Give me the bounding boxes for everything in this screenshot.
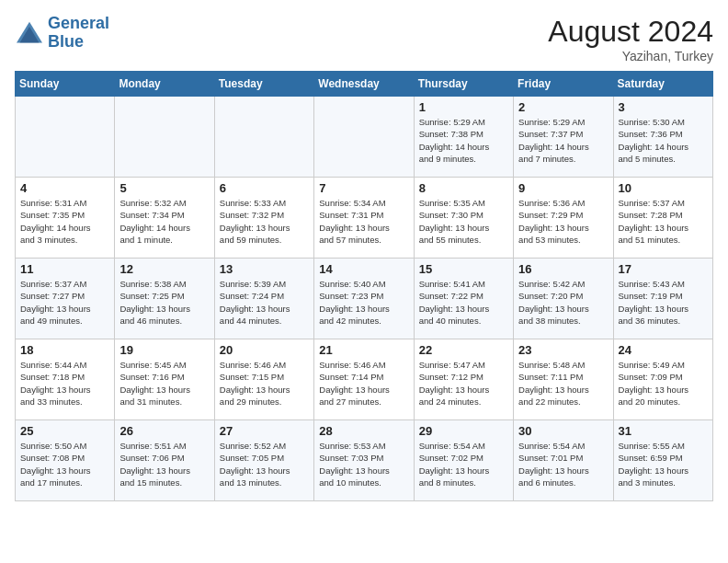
- calendar-day-cell: 12Sunrise: 5:38 AM Sunset: 7:25 PM Dayli…: [115, 259, 214, 339]
- day-info: Sunrise: 5:55 AM Sunset: 6:59 PM Dayligh…: [619, 440, 708, 488]
- calendar-day-cell: 1Sunrise: 5:29 AM Sunset: 7:38 PM Daylig…: [414, 97, 513, 178]
- calendar-day-cell: 3Sunrise: 5:30 AM Sunset: 7:36 PM Daylig…: [613, 97, 712, 178]
- calendar-day-cell: 19Sunrise: 5:45 AM Sunset: 7:16 PM Dayli…: [115, 339, 214, 420]
- day-number: 23: [518, 343, 608, 357]
- logo-line1: General: [48, 14, 109, 32]
- calendar-day-cell: 27Sunrise: 5:52 AM Sunset: 7:05 PM Dayli…: [214, 420, 313, 501]
- calendar-day-cell: 26Sunrise: 5:51 AM Sunset: 7:06 PM Dayli…: [115, 420, 214, 501]
- logo-line2: Blue: [48, 32, 84, 51]
- day-info: Sunrise: 5:48 AM Sunset: 7:11 PM Dayligh…: [518, 359, 608, 408]
- day-info: Sunrise: 5:29 AM Sunset: 7:37 PM Dayligh…: [518, 116, 608, 165]
- calendar-day-cell: 13Sunrise: 5:39 AM Sunset: 7:24 PM Dayli…: [214, 259, 313, 339]
- calendar-day-cell: 29Sunrise: 5:54 AM Sunset: 7:02 PM Dayli…: [414, 420, 513, 501]
- day-info: Sunrise: 5:31 AM Sunset: 7:35 PM Dayligh…: [20, 197, 109, 246]
- calendar-day-cell: [115, 97, 214, 178]
- logo-text: General Blue: [48, 15, 109, 52]
- day-number: 15: [419, 262, 508, 276]
- day-number: 11: [20, 262, 109, 276]
- day-info: Sunrise: 5:33 AM Sunset: 7:32 PM Dayligh…: [220, 197, 309, 246]
- day-info: Sunrise: 5:30 AM Sunset: 7:36 PM Dayligh…: [619, 116, 708, 165]
- calendar-day-cell: 17Sunrise: 5:43 AM Sunset: 7:19 PM Dayli…: [613, 259, 712, 339]
- day-info: Sunrise: 5:51 AM Sunset: 7:06 PM Dayligh…: [119, 440, 209, 488]
- calendar-day-cell: 2Sunrise: 5:29 AM Sunset: 7:37 PM Daylig…: [514, 97, 613, 178]
- calendar-day-cell: 22Sunrise: 5:47 AM Sunset: 7:12 PM Dayli…: [414, 339, 513, 420]
- calendar-day-cell: 10Sunrise: 5:37 AM Sunset: 7:28 PM Dayli…: [613, 178, 712, 259]
- day-number: 28: [319, 424, 408, 438]
- month-title: August 2024: [548, 15, 713, 49]
- day-info: Sunrise: 5:35 AM Sunset: 7:30 PM Dayligh…: [419, 197, 508, 246]
- day-info: Sunrise: 5:46 AM Sunset: 7:14 PM Dayligh…: [319, 359, 408, 408]
- day-number: 25: [20, 424, 109, 438]
- calendar-day-cell: 5Sunrise: 5:32 AM Sunset: 7:34 PM Daylig…: [115, 178, 214, 259]
- day-info: Sunrise: 5:34 AM Sunset: 7:31 PM Dayligh…: [319, 197, 408, 246]
- day-number: 4: [20, 181, 109, 195]
- calendar-day-cell: 18Sunrise: 5:44 AM Sunset: 7:18 PM Dayli…: [16, 339, 115, 420]
- calendar-day-cell: 24Sunrise: 5:49 AM Sunset: 7:09 PM Dayli…: [613, 339, 712, 420]
- weekday-header: Tuesday: [214, 72, 313, 97]
- day-number: 1: [419, 100, 508, 114]
- calendar-day-cell: 4Sunrise: 5:31 AM Sunset: 7:35 PM Daylig…: [16, 178, 115, 259]
- calendar-day-cell: 20Sunrise: 5:46 AM Sunset: 7:15 PM Dayli…: [214, 339, 313, 420]
- calendar-week-row: 11Sunrise: 5:37 AM Sunset: 7:27 PM Dayli…: [16, 259, 713, 339]
- day-info: Sunrise: 5:45 AM Sunset: 7:16 PM Dayligh…: [119, 359, 209, 408]
- day-info: Sunrise: 5:41 AM Sunset: 7:22 PM Dayligh…: [419, 278, 508, 327]
- day-info: Sunrise: 5:53 AM Sunset: 7:03 PM Dayligh…: [319, 440, 408, 488]
- day-number: 8: [419, 181, 508, 195]
- day-info: Sunrise: 5:38 AM Sunset: 7:25 PM Dayligh…: [119, 278, 209, 327]
- calendar-day-cell: 8Sunrise: 5:35 AM Sunset: 7:30 PM Daylig…: [414, 178, 513, 259]
- weekday-header: Wednesday: [314, 72, 414, 97]
- day-number: 18: [20, 343, 109, 357]
- day-info: Sunrise: 5:54 AM Sunset: 7:02 PM Dayligh…: [419, 440, 508, 488]
- day-number: 7: [319, 181, 408, 195]
- calendar-day-cell: [214, 97, 313, 178]
- calendar-week-row: 18Sunrise: 5:44 AM Sunset: 7:18 PM Dayli…: [16, 339, 713, 420]
- weekday-header: Monday: [115, 72, 214, 97]
- calendar-day-cell: 23Sunrise: 5:48 AM Sunset: 7:11 PM Dayli…: [514, 339, 613, 420]
- day-number: 20: [220, 343, 309, 357]
- calendar-day-cell: [16, 97, 115, 178]
- calendar-day-cell: 7Sunrise: 5:34 AM Sunset: 7:31 PM Daylig…: [314, 178, 414, 259]
- day-number: 12: [119, 262, 209, 276]
- day-info: Sunrise: 5:37 AM Sunset: 7:28 PM Dayligh…: [619, 197, 708, 246]
- calendar-week-row: 4Sunrise: 5:31 AM Sunset: 7:35 PM Daylig…: [16, 178, 713, 259]
- day-number: 13: [220, 262, 309, 276]
- day-info: Sunrise: 5:54 AM Sunset: 7:01 PM Dayligh…: [518, 440, 608, 488]
- day-number: 17: [619, 262, 708, 276]
- calendar-week-row: 1Sunrise: 5:29 AM Sunset: 7:38 PM Daylig…: [16, 97, 713, 178]
- day-info: Sunrise: 5:50 AM Sunset: 7:08 PM Dayligh…: [20, 440, 109, 488]
- location: Yazihan, Turkey: [548, 49, 713, 63]
- day-info: Sunrise: 5:49 AM Sunset: 7:09 PM Dayligh…: [619, 359, 708, 408]
- calendar-day-cell: 14Sunrise: 5:40 AM Sunset: 7:23 PM Dayli…: [314, 259, 414, 339]
- day-number: 21: [319, 343, 408, 357]
- weekday-header: Sunday: [16, 72, 115, 97]
- calendar-day-cell: 15Sunrise: 5:41 AM Sunset: 7:22 PM Dayli…: [414, 259, 513, 339]
- weekday-header: Friday: [514, 72, 613, 97]
- page-header: General Blue August 2024 Yazihan, Turkey: [15, 15, 713, 63]
- day-info: Sunrise: 5:32 AM Sunset: 7:34 PM Dayligh…: [119, 197, 209, 246]
- day-info: Sunrise: 5:40 AM Sunset: 7:23 PM Dayligh…: [319, 278, 408, 327]
- calendar-day-cell: 21Sunrise: 5:46 AM Sunset: 7:14 PM Dayli…: [314, 339, 414, 420]
- calendar-day-cell: 11Sunrise: 5:37 AM Sunset: 7:27 PM Dayli…: [16, 259, 115, 339]
- calendar-day-cell: 30Sunrise: 5:54 AM Sunset: 7:01 PM Dayli…: [514, 420, 613, 501]
- day-info: Sunrise: 5:52 AM Sunset: 7:05 PM Dayligh…: [220, 440, 309, 488]
- day-number: 3: [619, 100, 708, 114]
- day-info: Sunrise: 5:47 AM Sunset: 7:12 PM Dayligh…: [419, 359, 508, 408]
- day-number: 16: [518, 262, 608, 276]
- day-info: Sunrise: 5:46 AM Sunset: 7:15 PM Dayligh…: [220, 359, 309, 408]
- day-number: 29: [419, 424, 508, 438]
- day-number: 6: [220, 181, 309, 195]
- logo-icon: [15, 20, 44, 46]
- weekday-header: Thursday: [414, 72, 513, 97]
- day-number: 9: [518, 181, 608, 195]
- day-number: 31: [619, 424, 708, 438]
- day-number: 24: [619, 343, 708, 357]
- day-info: Sunrise: 5:37 AM Sunset: 7:27 PM Dayligh…: [20, 278, 109, 327]
- weekday-header: Saturday: [613, 72, 712, 97]
- day-number: 2: [518, 100, 608, 114]
- day-info: Sunrise: 5:36 AM Sunset: 7:29 PM Dayligh…: [518, 197, 608, 246]
- calendar-header: SundayMondayTuesdayWednesdayThursdayFrid…: [16, 72, 713, 97]
- logo: General Blue: [15, 15, 109, 52]
- calendar-day-cell: 25Sunrise: 5:50 AM Sunset: 7:08 PM Dayli…: [16, 420, 115, 501]
- day-info: Sunrise: 5:43 AM Sunset: 7:19 PM Dayligh…: [619, 278, 708, 327]
- day-number: 14: [319, 262, 408, 276]
